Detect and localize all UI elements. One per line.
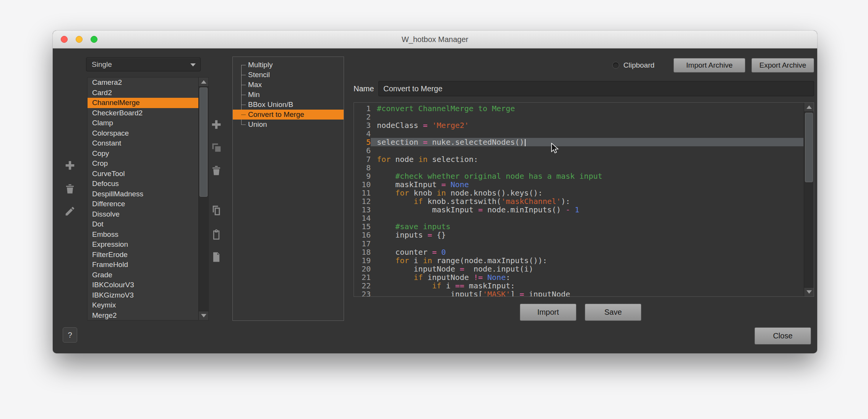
scroll-up-button[interactable] (804, 103, 814, 112)
code-line: 13 maskInput = node.minInputs() - 1 (354, 205, 803, 214)
code-line-text: selection = nuke.selectedNodes() (371, 138, 803, 146)
delete-button[interactable] (64, 183, 76, 194)
triangle-up-icon (201, 80, 206, 84)
list-item[interactable]: Constant (88, 138, 198, 149)
tree-item[interactable]: BBox Union/B (233, 100, 344, 110)
edit-button[interactable] (64, 205, 76, 217)
add-submenu-button[interactable] (211, 142, 222, 153)
code-line: 20 inputNode = node.input(i) (354, 265, 803, 273)
code-line-text: maskInput = node.minInputs() - 1 (371, 205, 803, 214)
tree-item[interactable]: Multiply (233, 60, 344, 70)
code-lines[interactable]: 1#convert ChannelMerge to Merge23nodeCla… (354, 104, 803, 296)
paste-button[interactable] (211, 229, 222, 240)
list-item[interactable]: Dot (88, 219, 198, 230)
list-item[interactable]: FilterErode (88, 250, 198, 260)
middle-toolbar (211, 31, 222, 353)
line-number: 19 (354, 256, 371, 265)
list-item[interactable]: Card2 (88, 88, 198, 98)
code-line: 2 (354, 113, 803, 121)
list-item[interactable]: Defocus (88, 179, 198, 189)
tree-connector (241, 85, 246, 85)
name-input[interactable] (378, 81, 814, 96)
list-item[interactable]: Keymix (88, 300, 198, 311)
mode-dropdown[interactable]: Single (86, 57, 201, 71)
line-number: 8 (354, 163, 371, 172)
hotbox-tree-items: MultiplyStencilMaxMinBBox Union/BConvert… (233, 57, 344, 320)
code-line-text (371, 239, 803, 248)
tree-item[interactable]: Min (233, 90, 344, 100)
line-number: 22 (354, 281, 371, 290)
copy-icon (211, 205, 222, 216)
help-button[interactable]: ? (63, 327, 77, 343)
window-titlebar[interactable]: W_hotbox Manager (53, 31, 817, 49)
line-number: 3 (354, 121, 371, 129)
clipboard-label[interactable]: Clipboard (623, 61, 654, 70)
list-item[interactable]: IBKColourV3 (88, 280, 198, 290)
list-item[interactable]: Crop (88, 159, 198, 169)
list-item[interactable]: Camera2 (88, 78, 198, 88)
edit-script-icon (211, 251, 222, 263)
code-line: 3nodeClass = 'Merge2' (354, 121, 803, 129)
line-number: 6 (354, 146, 371, 155)
code-line-text: counter = 0 (371, 248, 803, 256)
delete-button[interactable] (211, 165, 222, 176)
script-editor[interactable]: 1#convert ChannelMerge to Merge23nodeCla… (354, 102, 814, 297)
text-caret (525, 139, 526, 146)
import-button[interactable]: Import (520, 304, 576, 321)
list-item[interactable]: Difference (88, 199, 198, 209)
copy-button[interactable] (211, 205, 222, 216)
code-line: 17 (354, 239, 803, 248)
export-archive-button[interactable]: Export Archive (751, 58, 814, 73)
code-line: 18 counter = 0 (354, 248, 803, 256)
tree-item[interactable]: Stencil (233, 70, 344, 80)
code-line-text: maskInput = None (371, 180, 803, 189)
node-list-scrollbar[interactable] (198, 78, 208, 320)
list-item[interactable]: FrameHold (88, 260, 198, 270)
add-button[interactable] (211, 119, 222, 130)
node-list: Camera2Card2ChannelMergeCheckerBoard2Cla… (87, 77, 209, 320)
scroll-down-button[interactable] (804, 287, 814, 296)
line-number: 14 (354, 214, 371, 222)
list-item[interactable]: IBKGizmoV3 (88, 290, 198, 301)
list-item[interactable]: Colorspace (88, 128, 198, 139)
scroll-down-button[interactable] (199, 311, 208, 320)
close-button[interactable]: Close (754, 327, 811, 345)
list-item[interactable]: Dissolve (88, 209, 198, 220)
scrollbar-thumb[interactable] (805, 113, 813, 182)
import-archive-button[interactable]: Import Archive (673, 58, 745, 73)
code-line: 4 (354, 129, 803, 138)
list-item[interactable]: DespillMadness (88, 189, 198, 199)
tree-connector (241, 75, 246, 75)
code-line: 1#convert ChannelMerge to Merge (354, 104, 803, 113)
add-button[interactable] (64, 160, 76, 171)
line-number: 17 (354, 239, 371, 248)
code-line-text: #convert ChannelMerge to Merge (371, 104, 803, 113)
list-item[interactable]: Emboss (88, 230, 198, 240)
code-line-text: if knob.startswith('maskChannel'): (371, 197, 803, 205)
scrollbar-thumb[interactable] (200, 87, 208, 197)
line-number: 15 (354, 222, 371, 231)
scroll-up-button[interactable] (199, 78, 208, 87)
list-item[interactable]: Grade (88, 270, 198, 280)
tree-item[interactable]: Union (233, 120, 344, 129)
editor-scrollbar[interactable] (804, 103, 814, 296)
edit-script-button[interactable] (211, 251, 222, 263)
code-line: 21 if inputNode != None: (354, 273, 803, 281)
list-item[interactable]: Copy (88, 149, 198, 159)
tree-item[interactable]: Max (233, 80, 344, 90)
save-button[interactable]: Save (585, 304, 641, 321)
clipboard-radio[interactable] (612, 62, 619, 69)
list-item[interactable]: ChannelMerge (88, 98, 198, 108)
tree-item[interactable]: Convert to Merge (233, 110, 344, 120)
list-item[interactable]: Clamp (88, 118, 198, 128)
tree-item-label: BBox Union/B (248, 100, 293, 110)
code-line: 16 inputs = {} (354, 231, 803, 239)
line-number: 18 (354, 248, 371, 256)
list-item[interactable]: Expression (88, 239, 198, 250)
list-item[interactable]: CheckerBoard2 (88, 108, 198, 118)
tree-item-label: Max (248, 80, 262, 90)
list-item[interactable]: Merge2 (88, 311, 198, 320)
code-line: 19 for i in range(node.maxInputs()): (354, 256, 803, 265)
code-line: 12 if knob.startswith('maskChannel'): (354, 197, 803, 205)
list-item[interactable]: CurveTool (88, 169, 198, 179)
